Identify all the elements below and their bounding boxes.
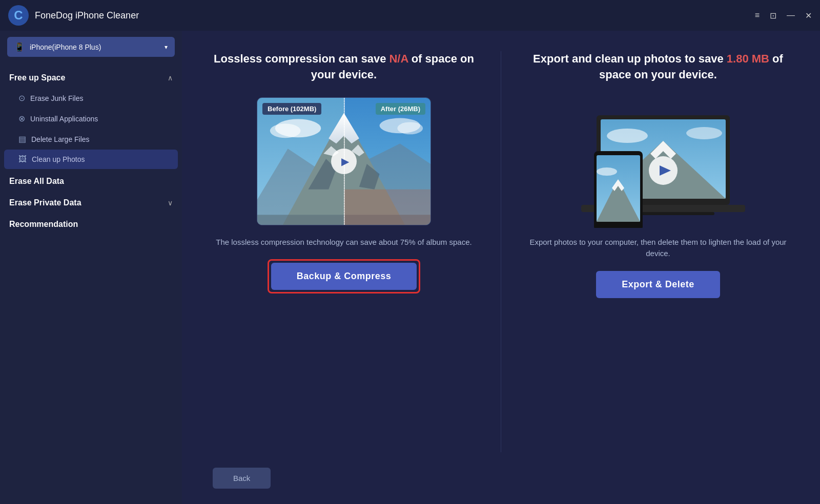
- svg-point-31: [597, 167, 617, 176]
- sidebar-item-label: Clean up Photos: [32, 155, 85, 163]
- svg-text:C: C: [14, 8, 23, 22]
- main-layout: 📱 iPhone(iPhone 8 Plus) ▾ Free up Space …: [0, 31, 820, 504]
- sidebar-item-delete-large[interactable]: ▤ Delete Large Files: [4, 129, 178, 149]
- chat-button[interactable]: ⊡: [770, 11, 776, 20]
- content-panels: Lossless compression can save N/A of spa…: [213, 51, 789, 452]
- before-label: Before (102MB): [262, 103, 321, 115]
- backup-compress-border: Backup & Compress: [268, 259, 421, 293]
- play-icon: ▶: [341, 155, 349, 167]
- left-panel-description: The lossless compression technology can …: [216, 237, 471, 248]
- right-panel-heading: Export and clean up photos to save 1.80 …: [527, 51, 789, 83]
- free-up-space-header[interactable]: Free up Space ∧: [0, 66, 182, 88]
- window-controls: ≡ ⊡ — ✕: [755, 11, 812, 20]
- right-heading-part1: Export and clean up photos to save: [533, 52, 727, 65]
- sidebar-section-erase-private: Erase Private Data ∨: [0, 191, 182, 213]
- device-icon: 📱: [14, 42, 25, 52]
- app-title: FoneDog iPhone Cleaner: [35, 10, 755, 21]
- free-up-space-title: Free up Space: [9, 73, 65, 82]
- export-delete-button[interactable]: Export & Delete: [596, 271, 720, 298]
- sidebar-item-cleanup-photos[interactable]: 🖼 Clean up Photos: [4, 150, 178, 169]
- play-button[interactable]: ▶: [331, 149, 357, 174]
- chevron-down-icon: ∨: [168, 199, 173, 207]
- svg-rect-18: [344, 189, 430, 224]
- sidebar: 📱 iPhone(iPhone 8 Plus) ▾ Free up Space …: [0, 31, 182, 504]
- uninstall-icon: ⊗: [18, 114, 25, 123]
- app-logo: C: [8, 5, 29, 26]
- back-button[interactable]: Back: [213, 468, 271, 489]
- right-panel-description: Export photos to your computer, then del…: [527, 237, 789, 260]
- sidebar-section-recommendation[interactable]: Recommendation: [0, 213, 182, 234]
- before-after-image: Before (102MB) After (26MB) ▶: [257, 97, 431, 225]
- backup-compress-button[interactable]: Backup & Compress: [271, 263, 417, 290]
- left-panel: Lossless compression can save N/A of spa…: [213, 51, 475, 452]
- after-label: After (26MB): [376, 103, 425, 115]
- menu-button[interactable]: ≡: [755, 11, 760, 20]
- content-area: Lossless compression can save N/A of spa…: [182, 31, 820, 504]
- sidebar-section-free-up-space: Free up Space ∧ ⊙ Erase Junk Files ⊗ Uni…: [0, 66, 182, 170]
- right-heading-highlight: 1.80 MB: [727, 52, 769, 65]
- left-heading-highlight: N/A: [389, 52, 408, 65]
- recommendation-title: Recommendation: [9, 220, 78, 228]
- svg-point-24: [686, 127, 722, 139]
- sidebar-item-label: Uninstall Applications: [30, 115, 98, 123]
- minimize-button[interactable]: —: [787, 11, 795, 20]
- devices-illustration: [566, 95, 750, 228]
- device-selector[interactable]: 📱 iPhone(iPhone 8 Plus) ▾: [7, 37, 175, 57]
- erase-private-title: Erase Private Data: [9, 198, 81, 207]
- right-panel: Export and clean up photos to save 1.80 …: [527, 51, 789, 452]
- photo-icon: 🖼: [18, 155, 27, 164]
- device-label: iPhone(iPhone 8 Plus): [30, 43, 159, 51]
- sidebar-section-erase-all[interactable]: Erase All Data: [0, 170, 182, 191]
- erase-all-title: Erase All Data: [9, 177, 64, 185]
- panel-divider: [501, 51, 501, 452]
- left-heading-part1: Lossless compression can save: [214, 52, 389, 65]
- left-panel-heading: Lossless compression can save N/A of spa…: [213, 51, 475, 83]
- sidebar-item-uninstall-apps[interactable]: ⊗ Uninstall Applications: [4, 109, 178, 129]
- close-button[interactable]: ✕: [805, 11, 812, 20]
- chevron-down-icon: ▾: [165, 44, 168, 51]
- sidebar-item-label: Delete Large Files: [31, 135, 90, 143]
- clock-icon: ⊙: [18, 93, 25, 103]
- device-image: [566, 97, 750, 225]
- chevron-up-icon: ∧: [168, 74, 173, 82]
- svg-point-14: [270, 123, 301, 138]
- sidebar-item-erase-junk[interactable]: ⊙ Erase Junk Files: [4, 88, 178, 108]
- svg-point-16: [397, 122, 423, 134]
- content-footer: Back: [213, 452, 789, 489]
- sidebar-item-label: Erase Junk Files: [30, 94, 83, 102]
- svg-point-23: [607, 129, 648, 143]
- erase-private-header[interactable]: Erase Private Data ∨: [0, 191, 182, 213]
- file-icon: ▤: [18, 134, 26, 144]
- titlebar: C FoneDog iPhone Cleaner ≡ ⊡ — ✕: [0, 0, 820, 31]
